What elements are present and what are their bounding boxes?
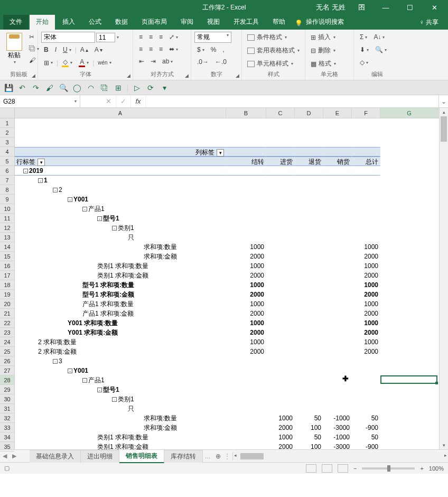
cell[interactable] <box>295 214 323 223</box>
cancel-formula-icon[interactable]: ✕ <box>101 95 116 107</box>
sheet-tab[interactable]: 库存结转 <box>164 450 203 463</box>
cell[interactable] <box>380 290 438 299</box>
cell[interactable] <box>266 375 295 385</box>
row-header[interactable]: 15 <box>0 252 14 261</box>
sheet-nav-prev-icon[interactable]: ◀ <box>0 453 10 459</box>
collapse-icon[interactable]: - <box>68 197 72 202</box>
table-row[interactable]: Y001 求和项:数量10001000 <box>15 318 439 328</box>
cell[interactable] <box>323 299 352 309</box>
worksheet-grid[interactable]: 1234567891011121314151617181920212223242… <box>0 108 448 449</box>
cell[interactable]: 进货 <box>266 157 295 166</box>
table-row[interactable]: 类别1 求和项:数量100050-100050 <box>15 432 439 442</box>
collapse-icon[interactable]: - <box>68 369 72 373</box>
cell[interactable] <box>380 432 438 442</box>
cell[interactable] <box>323 394 352 404</box>
cell[interactable] <box>226 375 266 385</box>
cell[interactable] <box>380 385 438 394</box>
fill-button[interactable]: ⬇▾ <box>357 44 371 55</box>
cell[interactable]: 2000 <box>352 252 380 261</box>
cell[interactable] <box>380 233 438 242</box>
merge-button[interactable]: ⬌▾ <box>166 44 181 54</box>
scroll-thumb[interactable] <box>441 116 447 142</box>
fx-icon[interactable]: fx <box>131 95 146 107</box>
align-bottom-button[interactable]: ≡ <box>156 32 165 42</box>
cell[interactable] <box>295 356 323 366</box>
cell[interactable]: 1000 <box>352 337 380 347</box>
cell[interactable]: Y001 求和项:金额 <box>15 328 226 337</box>
cell[interactable] <box>295 128 323 137</box>
cell[interactable] <box>266 261 295 271</box>
cell[interactable] <box>380 223 438 233</box>
table-row[interactable]: 类别1 求和项:数量10001000 <box>15 261 439 271</box>
cell[interactable] <box>323 290 352 299</box>
user-name[interactable]: 无名 无姓 <box>316 3 346 12</box>
cell[interactable] <box>295 280 323 290</box>
font-name-combo[interactable]: 宋体 <box>41 32 95 43</box>
row-header[interactable]: 18 <box>0 280 14 290</box>
cell[interactable] <box>226 442 266 449</box>
refresh-icon[interactable]: ⟳ <box>145 82 156 93</box>
enter-formula-icon[interactable]: ✓ <box>116 95 131 107</box>
cell[interactable] <box>380 242 438 252</box>
cell[interactable] <box>226 147 266 157</box>
cell[interactable]: -Y001 <box>15 195 226 204</box>
row-header[interactable]: 21 <box>0 309 14 318</box>
cell[interactable] <box>352 147 380 157</box>
cell[interactable] <box>352 204 380 214</box>
customize-qat-icon[interactable]: ▾ <box>159 82 170 93</box>
row-header[interactable]: 16 <box>0 261 14 271</box>
cell[interactable] <box>323 137 352 147</box>
cell[interactable]: 型号1 求和项:金额 <box>15 290 226 299</box>
collapse-icon[interactable]: - <box>112 226 117 231</box>
row-header[interactable]: 9 <box>0 195 14 204</box>
cell[interactable] <box>380 176 438 185</box>
cell[interactable]: 2000 <box>226 347 266 356</box>
col-header-g[interactable]: G <box>380 108 438 118</box>
cell[interactable]: 2000 <box>352 309 380 318</box>
format-cells-button[interactable]: ▦格式▾ <box>309 58 338 69</box>
cell[interactable]: 2000 <box>352 271 380 280</box>
cell[interactable] <box>266 195 295 204</box>
cell[interactable] <box>266 299 295 309</box>
cell[interactable]: 2 求和项:数量 <box>15 337 226 347</box>
table-row[interactable]: 列标签▾ <box>15 147 439 157</box>
collapse-icon[interactable]: - <box>53 359 58 364</box>
horizontal-scrollbar[interactable]: ◂ ▸ <box>232 452 448 461</box>
cell[interactable] <box>226 176 266 185</box>
cell[interactable] <box>380 252 438 261</box>
save-icon[interactable]: 💾 <box>3 82 14 93</box>
table-row[interactable]: 2 求和项:金额20002000 <box>15 347 439 356</box>
zoom-in-button[interactable]: + <box>420 465 423 472</box>
cell[interactable]: 行标签▾ <box>15 157 226 166</box>
zoom-slider[interactable] <box>362 467 415 470</box>
table-row[interactable]: 型号1 求和项:金额20002000 <box>15 290 439 299</box>
cell[interactable] <box>266 271 295 280</box>
cell[interactable] <box>352 385 380 394</box>
scroll-down-icon[interactable]: ▾ <box>440 441 448 449</box>
cell[interactable] <box>352 375 380 385</box>
cell[interactable] <box>295 385 323 394</box>
sheet-tab-more-icon[interactable]: … <box>203 453 212 459</box>
tab-view[interactable]: 视图 <box>201 15 226 30</box>
cell[interactable] <box>380 309 438 318</box>
circle-icon[interactable]: ◯ <box>72 82 82 93</box>
insert-cells-button[interactable]: ⊞插入▾ <box>309 32 338 43</box>
cell[interactable] <box>226 214 266 223</box>
cell[interactable] <box>295 147 323 157</box>
cell[interactable] <box>295 261 323 271</box>
cell[interactable]: 1000 <box>226 318 266 328</box>
tab-formulas[interactable]: 公式 <box>82 15 108 30</box>
cell[interactable] <box>380 366 438 375</box>
cell[interactable]: 2000 <box>352 328 380 337</box>
cell[interactable] <box>352 366 380 375</box>
autosum-button[interactable]: Σ▾ <box>357 32 370 42</box>
cell[interactable] <box>380 404 438 413</box>
tab-page-layout[interactable]: 页面布局 <box>135 15 173 30</box>
table-row[interactable]: 求和项:金额20002000 <box>15 252 439 261</box>
cell[interactable] <box>380 195 438 204</box>
undo-icon[interactable]: ↶ <box>17 82 27 93</box>
cell[interactable] <box>266 166 295 176</box>
table-row[interactable]: 2 求和项:数量10001000 <box>15 337 439 347</box>
select-all-corner[interactable] <box>0 108 14 118</box>
cell[interactable]: 2000 <box>226 290 266 299</box>
